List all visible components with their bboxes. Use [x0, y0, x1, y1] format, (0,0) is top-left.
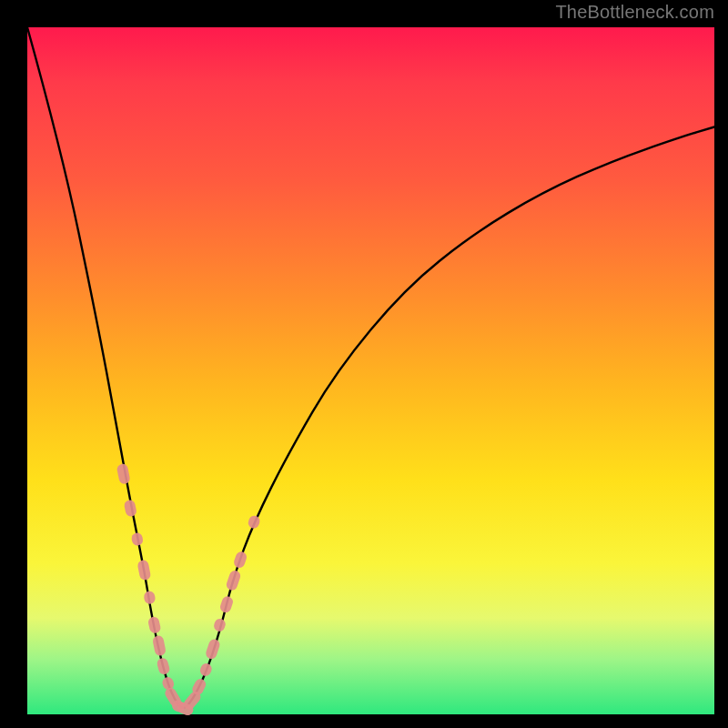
curve-marker: [130, 531, 144, 546]
plot-area: [27, 27, 714, 714]
curve-marker: [143, 591, 156, 605]
markers-group: [116, 463, 262, 717]
curve-marker: [152, 635, 167, 657]
curve-marker: [233, 551, 248, 570]
curve-marker: [205, 638, 221, 661]
chart-frame: TheBottleneck.com: [0, 0, 728, 728]
curve-marker: [147, 616, 162, 634]
curve-marker: [212, 617, 227, 632]
curve-marker: [247, 514, 261, 530]
curve-marker: [218, 595, 234, 614]
curve-marker: [156, 657, 170, 676]
curve-marker: [225, 569, 241, 592]
bottleneck-curve: [27, 27, 714, 708]
curve-marker: [116, 463, 131, 485]
curve-marker: [123, 499, 137, 517]
watermark-text: TheBottleneck.com: [555, 2, 714, 23]
curve-marker: [198, 662, 213, 677]
curve-marker: [136, 559, 151, 581]
curve-layer: [27, 27, 714, 714]
